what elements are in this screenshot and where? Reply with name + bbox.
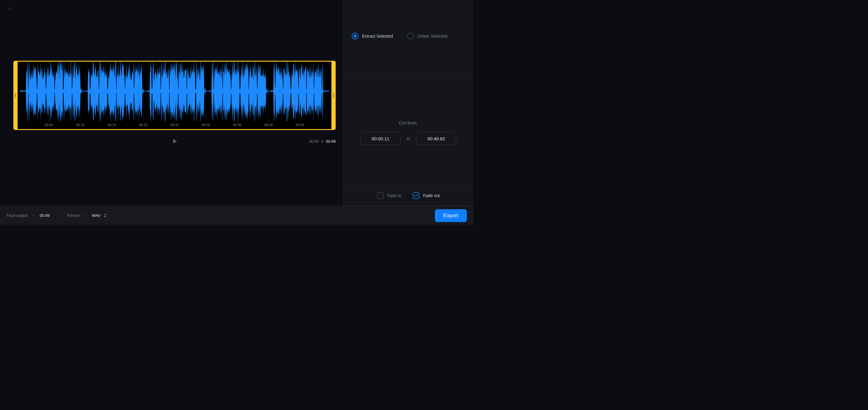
canvas-area: 00:0500:1000:1500:2000:2500:3000:3500:40… <box>0 0 343 206</box>
checkbox-icon <box>413 192 420 199</box>
time-current: 00:00 <box>309 139 319 144</box>
main-row: 00:0500:1000:1500:2000:2500:3000:3500:40… <box>0 0 473 206</box>
format-value: WAV <box>92 213 100 218</box>
dash: — <box>32 213 35 218</box>
cut-to-input[interactable] <box>416 132 456 145</box>
export-label: Export <box>443 213 458 218</box>
cut-from-input[interactable] <box>361 132 401 145</box>
format-cell: Format — WAV <box>67 213 106 218</box>
cut-row: to <box>361 132 457 145</box>
cut-from-label: Cut from: <box>399 120 418 125</box>
sidebar: Extract Selected Delete Selected Cut fro… <box>343 0 473 206</box>
final-output-value: 00:49 <box>40 213 50 218</box>
section-mode: Extract Selected Delete Selected <box>343 0 473 80</box>
radio-icon <box>352 33 359 39</box>
stepper-icon <box>103 213 106 218</box>
time-total: 00:49 <box>326 139 336 144</box>
checkbox-fade-out[interactable]: Fade out <box>413 192 440 199</box>
workspace: 00:0500:1000:1500:2000:2500:3000:3500:40… <box>0 0 343 206</box>
checkbox-icon <box>377 192 383 199</box>
timecode: 00:00 / 00:49 <box>309 139 336 144</box>
cut-to-label: to <box>407 136 410 141</box>
radio-extract-label: Extract Selected <box>362 34 393 38</box>
dash: — <box>84 213 88 218</box>
export-button[interactable]: Export <box>435 209 467 222</box>
play-icon <box>171 138 178 145</box>
waveform-inner: 00:0500:1000:1500:2000:2500:3000:3500:40… <box>18 62 332 129</box>
selection-handle-left[interactable] <box>13 61 18 130</box>
section-cut: Cut from: to <box>343 80 473 185</box>
waveform-display <box>18 62 332 129</box>
waveform-icon <box>20 61 329 121</box>
radio-delete-label: Delete Selected <box>417 34 447 38</box>
mode-radio-group: Extract Selected Delete Selected <box>352 33 465 39</box>
final-output-cell: Final output — 00:49 <box>7 213 50 218</box>
radio-icon <box>407 33 414 39</box>
format-select[interactable]: WAV <box>92 213 106 218</box>
play-button[interactable] <box>169 136 179 146</box>
transport-bar: 00:00 / 00:49 <box>13 135 336 147</box>
final-output-label: Final output <box>7 213 27 218</box>
svg-marker-0 <box>20 61 329 121</box>
fade-out-label: Fade out <box>423 193 440 198</box>
footer-divider <box>58 206 58 225</box>
selection-handle-right[interactable] <box>332 61 336 130</box>
section-fades: Fade in Fade out <box>343 185 473 206</box>
fade-in-label: Fade in <box>387 193 402 198</box>
waveform-selection[interactable]: 00:0500:1000:1500:2000:2500:3000:3500:40… <box>13 61 336 130</box>
format-label: Format <box>67 213 79 218</box>
checkbox-fade-in[interactable]: Fade in <box>377 192 402 199</box>
app-root: 00:0500:1000:1500:2000:2500:3000:3500:40… <box>0 0 473 225</box>
footer: Final output — 00:49 Format — WAV Export <box>0 206 473 225</box>
time-separator: / <box>320 139 325 144</box>
radio-delete-selected[interactable]: Delete Selected <box>407 33 447 39</box>
radio-extract-selected[interactable]: Extract Selected <box>352 33 393 39</box>
